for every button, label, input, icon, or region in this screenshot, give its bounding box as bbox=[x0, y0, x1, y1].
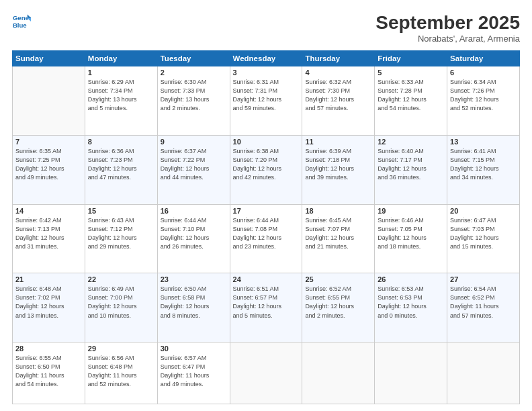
day-number: 18 bbox=[305, 207, 371, 215]
title-block: September 2025 Norabats', Ararat, Armeni… bbox=[375, 12, 520, 44]
day-info: Sunrise: 6:36 AM Sunset: 7:23 PM Dayligh… bbox=[88, 147, 154, 182]
day-info: Sunrise: 6:45 AM Sunset: 7:07 PM Dayligh… bbox=[305, 216, 371, 251]
calendar-cell: 23Sunrise: 6:50 AM Sunset: 6:58 PM Dayli… bbox=[157, 273, 230, 342]
calendar-week-2: 7Sunrise: 6:35 AM Sunset: 7:25 PM Daylig… bbox=[13, 135, 520, 204]
logo: General Blue bbox=[12, 12, 31, 31]
calendar-cell: 29Sunrise: 6:56 AM Sunset: 6:48 PM Dayli… bbox=[85, 342, 157, 404]
day-number: 12 bbox=[378, 138, 444, 146]
day-info: Sunrise: 6:31 AM Sunset: 7:31 PM Dayligh… bbox=[233, 78, 300, 113]
day-number: 13 bbox=[450, 138, 517, 146]
calendar-cell: 11Sunrise: 6:39 AM Sunset: 7:18 PM Dayli… bbox=[302, 135, 375, 204]
day-info: Sunrise: 6:53 AM Sunset: 6:53 PM Dayligh… bbox=[378, 285, 444, 320]
calendar-cell: 19Sunrise: 6:46 AM Sunset: 7:05 PM Dayli… bbox=[375, 204, 447, 273]
day-number: 1 bbox=[88, 68, 154, 77]
day-number: 7 bbox=[15, 138, 82, 146]
calendar-cell: 20Sunrise: 6:47 AM Sunset: 7:03 PM Dayli… bbox=[447, 204, 520, 273]
day-number: 8 bbox=[88, 138, 154, 146]
calendar-cell: 17Sunrise: 6:44 AM Sunset: 7:08 PM Dayli… bbox=[230, 204, 302, 273]
col-header-tuesday: Tuesday bbox=[157, 51, 230, 66]
calendar-cell: 10Sunrise: 6:38 AM Sunset: 7:20 PM Dayli… bbox=[230, 135, 302, 204]
day-number: 20 bbox=[450, 207, 517, 215]
day-info: Sunrise: 6:52 AM Sunset: 6:55 PM Dayligh… bbox=[305, 285, 371, 320]
calendar-cell: 28Sunrise: 6:55 AM Sunset: 6:50 PM Dayli… bbox=[13, 342, 85, 404]
day-number: 22 bbox=[88, 275, 154, 283]
calendar-cell: 4Sunrise: 6:32 AM Sunset: 7:30 PM Daylig… bbox=[302, 66, 375, 136]
calendar-cell: 21Sunrise: 6:48 AM Sunset: 7:02 PM Dayli… bbox=[13, 273, 85, 342]
col-header-thursday: Thursday bbox=[302, 51, 375, 66]
day-info: Sunrise: 6:41 AM Sunset: 7:15 PM Dayligh… bbox=[450, 147, 517, 182]
day-info: Sunrise: 6:57 AM Sunset: 6:47 PM Dayligh… bbox=[161, 354, 227, 389]
day-number: 10 bbox=[233, 138, 300, 146]
header: General Blue September 2025 Norabats', A… bbox=[12, 12, 520, 44]
day-info: Sunrise: 6:51 AM Sunset: 6:57 PM Dayligh… bbox=[233, 285, 300, 320]
calendar-cell: 8Sunrise: 6:36 AM Sunset: 7:23 PM Daylig… bbox=[85, 135, 157, 204]
calendar-cell: 27Sunrise: 6:54 AM Sunset: 6:52 PM Dayli… bbox=[447, 273, 520, 342]
col-header-wednesday: Wednesday bbox=[230, 51, 302, 66]
day-info: Sunrise: 6:44 AM Sunset: 7:08 PM Dayligh… bbox=[233, 216, 300, 251]
calendar-cell: 2Sunrise: 6:30 AM Sunset: 7:33 PM Daylig… bbox=[157, 66, 230, 136]
calendar-cell: 16Sunrise: 6:44 AM Sunset: 7:10 PM Dayli… bbox=[157, 204, 230, 273]
day-info: Sunrise: 6:42 AM Sunset: 7:13 PM Dayligh… bbox=[15, 216, 82, 251]
day-info: Sunrise: 6:33 AM Sunset: 7:28 PM Dayligh… bbox=[378, 78, 444, 113]
day-number: 21 bbox=[15, 275, 82, 283]
calendar-cell: 15Sunrise: 6:43 AM Sunset: 7:12 PM Dayli… bbox=[85, 204, 157, 273]
logo-icon: General Blue bbox=[12, 12, 31, 31]
calendar-week-5: 28Sunrise: 6:55 AM Sunset: 6:50 PM Dayli… bbox=[13, 342, 520, 404]
calendar-cell: 24Sunrise: 6:51 AM Sunset: 6:57 PM Dayli… bbox=[230, 273, 302, 342]
day-info: Sunrise: 6:47 AM Sunset: 7:03 PM Dayligh… bbox=[450, 216, 517, 251]
calendar-week-4: 21Sunrise: 6:48 AM Sunset: 7:02 PM Dayli… bbox=[13, 273, 520, 342]
day-info: Sunrise: 6:56 AM Sunset: 6:48 PM Dayligh… bbox=[88, 354, 154, 389]
calendar-week-3: 14Sunrise: 6:42 AM Sunset: 7:13 PM Dayli… bbox=[13, 204, 520, 273]
day-info: Sunrise: 6:38 AM Sunset: 7:20 PM Dayligh… bbox=[233, 147, 300, 182]
day-info: Sunrise: 6:44 AM Sunset: 7:10 PM Dayligh… bbox=[161, 216, 227, 251]
page: General Blue September 2025 Norabats', A… bbox=[0, 0, 532, 411]
col-header-saturday: Saturday bbox=[447, 51, 520, 66]
col-header-friday: Friday bbox=[375, 51, 447, 66]
day-info: Sunrise: 6:48 AM Sunset: 7:02 PM Dayligh… bbox=[15, 285, 82, 320]
day-number: 29 bbox=[88, 345, 154, 353]
day-number: 24 bbox=[233, 275, 300, 283]
calendar-cell: 22Sunrise: 6:49 AM Sunset: 7:00 PM Dayli… bbox=[85, 273, 157, 342]
day-number: 5 bbox=[378, 68, 444, 77]
day-number: 15 bbox=[88, 207, 154, 215]
day-info: Sunrise: 6:30 AM Sunset: 7:33 PM Dayligh… bbox=[161, 78, 227, 113]
calendar-cell bbox=[447, 342, 520, 404]
day-info: Sunrise: 6:37 AM Sunset: 7:22 PM Dayligh… bbox=[161, 147, 227, 182]
calendar-cell: 6Sunrise: 6:34 AM Sunset: 7:26 PM Daylig… bbox=[447, 66, 520, 136]
calendar-cell: 9Sunrise: 6:37 AM Sunset: 7:22 PM Daylig… bbox=[157, 135, 230, 204]
day-number: 14 bbox=[15, 207, 82, 215]
day-number: 28 bbox=[15, 345, 82, 353]
day-info: Sunrise: 6:54 AM Sunset: 6:52 PM Dayligh… bbox=[450, 285, 517, 320]
calendar-cell: 26Sunrise: 6:53 AM Sunset: 6:53 PM Dayli… bbox=[375, 273, 447, 342]
day-info: Sunrise: 6:39 AM Sunset: 7:18 PM Dayligh… bbox=[305, 147, 371, 182]
day-info: Sunrise: 6:32 AM Sunset: 7:30 PM Dayligh… bbox=[305, 78, 371, 113]
day-number: 23 bbox=[161, 275, 227, 283]
calendar-cell bbox=[302, 342, 375, 404]
day-number: 17 bbox=[233, 207, 300, 215]
day-info: Sunrise: 6:34 AM Sunset: 7:26 PM Dayligh… bbox=[450, 78, 517, 113]
calendar-cell bbox=[13, 66, 85, 136]
day-number: 26 bbox=[378, 275, 444, 283]
day-number: 2 bbox=[161, 68, 227, 77]
day-info: Sunrise: 6:50 AM Sunset: 6:58 PM Dayligh… bbox=[161, 285, 227, 320]
calendar-cell: 5Sunrise: 6:33 AM Sunset: 7:28 PM Daylig… bbox=[375, 66, 447, 136]
day-number: 3 bbox=[233, 68, 300, 77]
day-info: Sunrise: 6:29 AM Sunset: 7:34 PM Dayligh… bbox=[88, 78, 154, 113]
day-number: 19 bbox=[378, 207, 444, 215]
day-info: Sunrise: 6:40 AM Sunset: 7:17 PM Dayligh… bbox=[378, 147, 444, 182]
calendar-cell: 25Sunrise: 6:52 AM Sunset: 6:55 PM Dayli… bbox=[302, 273, 375, 342]
day-number: 4 bbox=[305, 68, 371, 77]
col-header-monday: Monday bbox=[85, 51, 157, 66]
location: Norabats', Ararat, Armenia bbox=[375, 34, 520, 44]
calendar-cell: 3Sunrise: 6:31 AM Sunset: 7:31 PM Daylig… bbox=[230, 66, 302, 136]
calendar-cell bbox=[230, 342, 302, 404]
calendar-week-1: 1Sunrise: 6:29 AM Sunset: 7:34 PM Daylig… bbox=[13, 66, 520, 136]
day-info: Sunrise: 6:49 AM Sunset: 7:00 PM Dayligh… bbox=[88, 285, 154, 320]
day-info: Sunrise: 6:55 AM Sunset: 6:50 PM Dayligh… bbox=[15, 354, 82, 389]
svg-text:Blue: Blue bbox=[13, 21, 27, 29]
calendar-cell: 14Sunrise: 6:42 AM Sunset: 7:13 PM Dayli… bbox=[13, 204, 85, 273]
day-info: Sunrise: 6:35 AM Sunset: 7:25 PM Dayligh… bbox=[15, 147, 82, 182]
calendar-cell: 30Sunrise: 6:57 AM Sunset: 6:47 PM Dayli… bbox=[157, 342, 230, 404]
day-number: 11 bbox=[305, 138, 371, 146]
calendar-cell bbox=[375, 342, 447, 404]
